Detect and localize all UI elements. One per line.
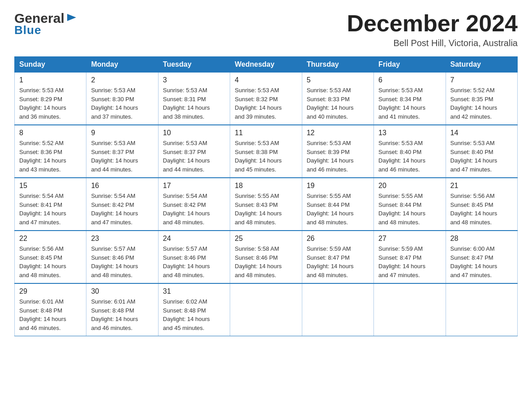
table-row: 24Sunrise: 5:57 AM Sunset: 8:46 PM Dayli… bbox=[158, 231, 230, 283]
day-info: Sunrise: 5:53 AM Sunset: 8:37 PM Dayligh… bbox=[91, 139, 153, 174]
day-info: Sunrise: 5:53 AM Sunset: 8:39 PM Dayligh… bbox=[307, 139, 369, 174]
day-info: Sunrise: 5:52 AM Sunset: 8:36 PM Dayligh… bbox=[19, 139, 82, 174]
day-info: Sunrise: 6:02 AM Sunset: 8:48 PM Dayligh… bbox=[163, 297, 225, 332]
calendar-week-row: 22Sunrise: 5:56 AM Sunset: 8:45 PM Dayli… bbox=[15, 231, 518, 283]
table-row: 14Sunrise: 5:53 AM Sunset: 8:40 PM Dayli… bbox=[446, 125, 517, 178]
day-info: Sunrise: 5:53 AM Sunset: 8:30 PM Dayligh… bbox=[91, 86, 153, 121]
calendar-week-row: 15Sunrise: 5:54 AM Sunset: 8:41 PM Dayli… bbox=[15, 178, 518, 231]
table-row: 10Sunrise: 5:53 AM Sunset: 8:37 PM Dayli… bbox=[158, 125, 230, 178]
day-info: Sunrise: 5:53 AM Sunset: 8:37 PM Dayligh… bbox=[163, 139, 225, 174]
day-number: 9 bbox=[91, 129, 153, 137]
day-number: 30 bbox=[91, 287, 153, 295]
col-monday: Monday bbox=[86, 57, 158, 73]
day-number: 31 bbox=[163, 287, 225, 295]
day-number: 15 bbox=[19, 182, 82, 190]
day-number: 12 bbox=[307, 129, 369, 137]
day-info: Sunrise: 5:53 AM Sunset: 8:40 PM Dayligh… bbox=[378, 139, 441, 174]
day-number: 29 bbox=[19, 287, 82, 295]
day-info: Sunrise: 5:54 AM Sunset: 8:42 PM Dayligh… bbox=[91, 192, 153, 227]
table-row: 25Sunrise: 5:58 AM Sunset: 8:46 PM Dayli… bbox=[230, 231, 302, 283]
day-info: Sunrise: 5:53 AM Sunset: 8:34 PM Dayligh… bbox=[378, 86, 441, 121]
day-number: 17 bbox=[163, 182, 225, 190]
col-friday: Friday bbox=[374, 57, 446, 73]
table-row: 22Sunrise: 5:56 AM Sunset: 8:45 PM Dayli… bbox=[15, 231, 86, 283]
col-tuesday: Tuesday bbox=[158, 57, 230, 73]
day-info: Sunrise: 5:55 AM Sunset: 8:44 PM Dayligh… bbox=[307, 192, 369, 227]
page-header: General Blue December 2024 Bell Post Hil… bbox=[14, 11, 518, 48]
col-thursday: Thursday bbox=[302, 57, 373, 73]
day-info: Sunrise: 6:00 AM Sunset: 8:47 PM Dayligh… bbox=[450, 244, 513, 279]
day-number: 20 bbox=[378, 182, 441, 190]
day-number: 18 bbox=[235, 182, 297, 190]
table-row: 1Sunrise: 5:53 AM Sunset: 8:29 PM Daylig… bbox=[15, 73, 86, 125]
day-number: 13 bbox=[378, 129, 441, 137]
day-info: Sunrise: 5:59 AM Sunset: 8:47 PM Dayligh… bbox=[378, 244, 441, 279]
calendar-table: Sunday Monday Tuesday Wednesday Thursday… bbox=[14, 56, 518, 336]
table-row: 2Sunrise: 5:53 AM Sunset: 8:30 PM Daylig… bbox=[86, 73, 158, 125]
day-info: Sunrise: 5:55 AM Sunset: 8:43 PM Dayligh… bbox=[235, 192, 297, 227]
table-row: 19Sunrise: 5:55 AM Sunset: 8:44 PM Dayli… bbox=[302, 178, 373, 231]
table-row: 21Sunrise: 5:56 AM Sunset: 8:45 PM Dayli… bbox=[446, 178, 517, 231]
day-number: 21 bbox=[450, 182, 513, 190]
day-number: 19 bbox=[307, 182, 369, 190]
table-row bbox=[230, 283, 302, 336]
day-info: Sunrise: 5:53 AM Sunset: 8:29 PM Dayligh… bbox=[19, 86, 82, 121]
page-subtitle: Bell Post Hill, Victoria, Australia bbox=[347, 38, 518, 48]
table-row: 28Sunrise: 6:00 AM Sunset: 8:47 PM Dayli… bbox=[446, 231, 517, 283]
day-info: Sunrise: 5:53 AM Sunset: 8:31 PM Dayligh… bbox=[163, 86, 225, 121]
day-info: Sunrise: 5:53 AM Sunset: 8:40 PM Dayligh… bbox=[450, 139, 513, 174]
day-number: 3 bbox=[163, 76, 225, 84]
table-row: 29Sunrise: 6:01 AM Sunset: 8:48 PM Dayli… bbox=[15, 283, 86, 336]
day-number: 27 bbox=[378, 235, 441, 243]
day-number: 16 bbox=[91, 182, 153, 190]
day-info: Sunrise: 5:53 AM Sunset: 8:33 PM Dayligh… bbox=[307, 86, 369, 121]
day-info: Sunrise: 5:54 AM Sunset: 8:42 PM Dayligh… bbox=[163, 192, 225, 227]
day-info: Sunrise: 5:52 AM Sunset: 8:35 PM Dayligh… bbox=[450, 86, 513, 121]
logo-triangle-icon bbox=[65, 11, 78, 24]
table-row: 15Sunrise: 5:54 AM Sunset: 8:41 PM Dayli… bbox=[15, 178, 86, 231]
table-row: 18Sunrise: 5:55 AM Sunset: 8:43 PM Dayli… bbox=[230, 178, 302, 231]
table-row: 11Sunrise: 5:53 AM Sunset: 8:38 PM Dayli… bbox=[230, 125, 302, 178]
day-number: 24 bbox=[163, 235, 225, 243]
table-row: 12Sunrise: 5:53 AM Sunset: 8:39 PM Dayli… bbox=[302, 125, 373, 178]
col-saturday: Saturday bbox=[446, 57, 517, 73]
day-number: 23 bbox=[91, 235, 153, 243]
table-row: 4Sunrise: 5:53 AM Sunset: 8:32 PM Daylig… bbox=[230, 73, 302, 125]
day-info: Sunrise: 5:55 AM Sunset: 8:44 PM Dayligh… bbox=[378, 192, 441, 227]
day-number: 25 bbox=[235, 235, 297, 243]
table-row: 5Sunrise: 5:53 AM Sunset: 8:33 PM Daylig… bbox=[302, 73, 373, 125]
day-number: 22 bbox=[19, 235, 82, 243]
col-sunday: Sunday bbox=[15, 57, 86, 73]
table-row: 17Sunrise: 5:54 AM Sunset: 8:42 PM Dayli… bbox=[158, 178, 230, 231]
table-row: 30Sunrise: 6:01 AM Sunset: 8:48 PM Dayli… bbox=[86, 283, 158, 336]
day-number: 2 bbox=[91, 76, 153, 84]
title-area: December 2024 Bell Post Hill, Victoria, … bbox=[347, 11, 518, 48]
table-row: 3Sunrise: 5:53 AM Sunset: 8:31 PM Daylig… bbox=[158, 73, 230, 125]
day-info: Sunrise: 5:59 AM Sunset: 8:47 PM Dayligh… bbox=[307, 244, 369, 279]
table-row: 9Sunrise: 5:53 AM Sunset: 8:37 PM Daylig… bbox=[86, 125, 158, 178]
day-info: Sunrise: 5:58 AM Sunset: 8:46 PM Dayligh… bbox=[235, 244, 297, 279]
calendar-week-row: 8Sunrise: 5:52 AM Sunset: 8:36 PM Daylig… bbox=[15, 125, 518, 178]
table-row bbox=[446, 283, 517, 336]
day-info: Sunrise: 5:56 AM Sunset: 8:45 PM Dayligh… bbox=[19, 244, 82, 279]
day-number: 4 bbox=[235, 76, 297, 84]
day-info: Sunrise: 5:53 AM Sunset: 8:32 PM Dayligh… bbox=[235, 86, 297, 121]
day-number: 5 bbox=[307, 76, 369, 84]
table-row: 26Sunrise: 5:59 AM Sunset: 8:47 PM Dayli… bbox=[302, 231, 373, 283]
logo: General Blue bbox=[14, 11, 78, 37]
calendar-week-row: 29Sunrise: 6:01 AM Sunset: 8:48 PM Dayli… bbox=[15, 283, 518, 336]
day-number: 28 bbox=[450, 235, 513, 243]
page-title: December 2024 bbox=[347, 11, 518, 36]
table-row: 13Sunrise: 5:53 AM Sunset: 8:40 PM Dayli… bbox=[374, 125, 446, 178]
day-info: Sunrise: 5:53 AM Sunset: 8:38 PM Dayligh… bbox=[235, 139, 297, 174]
day-number: 11 bbox=[235, 129, 297, 137]
svg-marker-0 bbox=[67, 14, 76, 21]
day-number: 10 bbox=[163, 129, 225, 137]
table-row: 16Sunrise: 5:54 AM Sunset: 8:42 PM Dayli… bbox=[86, 178, 158, 231]
day-info: Sunrise: 6:01 AM Sunset: 8:48 PM Dayligh… bbox=[91, 297, 153, 332]
day-number: 26 bbox=[307, 235, 369, 243]
col-wednesday: Wednesday bbox=[230, 57, 302, 73]
table-row: 27Sunrise: 5:59 AM Sunset: 8:47 PM Dayli… bbox=[374, 231, 446, 283]
day-number: 6 bbox=[378, 76, 441, 84]
table-row bbox=[374, 283, 446, 336]
